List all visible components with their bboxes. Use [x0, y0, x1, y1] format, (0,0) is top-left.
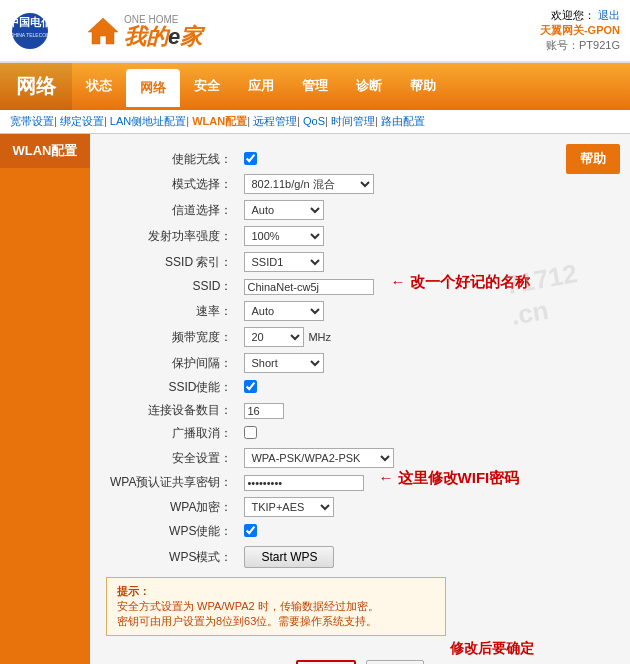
guard-label: 保护间隔： — [106, 350, 240, 376]
subnav-broadband[interactable]: 宽带设置 — [10, 115, 54, 127]
myde-label: 我的e家 — [124, 26, 202, 48]
main-content: WLAN配置 帮助 使能无线： 模式选择： 802.11b/g/n 混合 信 — [0, 134, 630, 664]
help-button-area: 帮助 — [566, 144, 620, 174]
hint-line2: 密钥可由用户设置为8位到63位。需要操作系统支持。 — [117, 614, 435, 629]
start-wps-button[interactable]: Start WPS — [244, 546, 334, 568]
logo-area: 中国电信 CHINA TELECOM e ONE HOME 我的e家 — [10, 11, 202, 51]
enable-wifi-row: 使能无线： — [106, 148, 614, 171]
mode-row: 模式选择： 802.11b/g/n 混合 — [106, 171, 614, 197]
bandwidth-select[interactable]: 20 — [244, 327, 304, 347]
connect-limit-input[interactable] — [244, 403, 284, 419]
ssid-index-row: SSID 索引： SSID1 — [106, 249, 614, 275]
broadcast-label: 广播取消： — [106, 422, 240, 445]
nav-item-manage[interactable]: 管理 — [288, 67, 342, 107]
wpa-key-label: WPA预认证共享密钥： — [106, 471, 240, 494]
wlan-form: 使能无线： 模式选择： 802.11b/g/n 混合 信道选择： Auto — [106, 148, 614, 571]
confirm-button[interactable]: 确定 — [296, 660, 356, 664]
guard-row: 保护间隔： Short — [106, 350, 614, 376]
ssid-row: SSID： ← 改一个好记的名称 — [106, 275, 614, 298]
subnav-bind[interactable]: 绑定设置 — [60, 115, 104, 127]
welcome-area: 欢迎您： 退出 — [551, 8, 620, 23]
nav-item-network[interactable]: 网络 — [126, 69, 180, 107]
gateway-label: 天翼网关-GPON — [540, 23, 620, 38]
wpa-key-input[interactable] — [244, 475, 364, 491]
ssid-enable-checkbox[interactable] — [244, 380, 257, 393]
subnav-remote[interactable]: 远程管理 — [253, 115, 297, 127]
channel-select[interactable]: Auto — [244, 200, 324, 220]
hint-title: 提示： — [117, 584, 435, 599]
mode-select[interactable]: 802.11b/g/n 混合 — [244, 174, 374, 194]
svg-text:e: e — [101, 35, 105, 42]
home-logo: e ONE HOME 我的e家 — [86, 14, 202, 48]
enable-wifi-checkbox[interactable] — [244, 152, 257, 165]
guard-select[interactable]: Short — [244, 353, 324, 373]
sidebar: WLAN配置 — [0, 134, 90, 664]
wps-enable-row: WPS使能： — [106, 520, 614, 543]
wps-enable-checkbox[interactable] — [244, 524, 257, 537]
subnav-route[interactable]: 路由配置 — [381, 115, 425, 127]
ssid-index-label: SSID 索引： — [106, 249, 240, 275]
power-label: 发射功率强度： — [106, 223, 240, 249]
welcome-text: 欢迎您： — [551, 9, 595, 21]
enable-wifi-label: 使能无线： — [106, 148, 240, 171]
nav-title: 网络 — [0, 63, 72, 110]
nav-item-help[interactable]: 帮助 — [396, 67, 450, 107]
ssid-label: SSID： — [106, 275, 240, 298]
ssid-enable-row: SSID使能： — [106, 376, 614, 399]
channel-row: 信道选择： Auto — [106, 197, 614, 223]
wps-mode-label: WPS模式： — [106, 543, 240, 571]
cancel-button[interactable]: 取消 — [366, 660, 424, 664]
wifi-password-annotation: ← 这里修改WIFI密码 — [378, 469, 519, 488]
security-row: 安全设置： WPA-PSK/WPA2-PSK — [106, 445, 614, 471]
account-label: 账号：PT921G — [546, 38, 620, 53]
subnav-time[interactable]: 时间管理 — [331, 115, 375, 127]
button-row: 确定 取消 — [106, 660, 614, 664]
wpa-encrypt-row: WPA加密： TKIP+AES — [106, 494, 614, 520]
wps-enable-label: WPS使能： — [106, 520, 240, 543]
connect-limit-label: 连接设备数目： — [106, 399, 240, 422]
wpa-encrypt-select[interactable]: TKIP+AES — [244, 497, 334, 517]
security-select[interactable]: WPA-PSK/WPA2-PSK — [244, 448, 394, 468]
hint-box: 提示： 安全方式设置为 WPA/WPA2 时，传输数据经过加密。 密钥可由用户设… — [106, 577, 446, 636]
subnav-wlan[interactable]: WLAN配置 — [192, 115, 247, 127]
mhz-label: MHz — [308, 331, 331, 343]
wps-mode-row: WPS模式： Start WPS — [106, 543, 614, 571]
china-telecom-logo: 中国电信 CHINA TELECOM — [10, 11, 80, 51]
rate-row: 速率： Auto — [106, 298, 614, 324]
nav-item-security[interactable]: 安全 — [180, 67, 234, 107]
sub-nav: 宽带设置| 绑定设置| LAN侧地址配置| WLAN配置| 远程管理| QoS|… — [0, 110, 630, 134]
rate-select[interactable]: Auto — [244, 301, 324, 321]
confirm-annotation: 修改后要确定 — [106, 640, 534, 658]
subnav-lan[interactable]: LAN侧地址配置 — [110, 115, 186, 127]
ssid-input[interactable] — [244, 279, 374, 295]
logout-link[interactable]: 退出 — [598, 9, 620, 21]
bandwidth-row: 频带宽度： 20 MHz — [106, 324, 614, 350]
bandwidth-label: 频带宽度： — [106, 324, 240, 350]
power-row: 发射功率强度： 100% — [106, 223, 614, 249]
broadcast-checkbox[interactable] — [244, 426, 257, 439]
header: 中国电信 CHINA TELECOM e ONE HOME 我的e家 欢迎您： … — [0, 0, 630, 63]
ssid-index-select[interactable]: SSID1 — [244, 252, 324, 272]
power-select[interactable]: 100% — [244, 226, 324, 246]
ssid-annotation: ← 改一个好记的名称 — [390, 273, 529, 292]
channel-label: 信道选择： — [106, 197, 240, 223]
subnav-qos[interactable]: QoS — [303, 115, 325, 127]
rate-label: 速率： — [106, 298, 240, 324]
nav-item-diagnose[interactable]: 诊断 — [342, 67, 396, 107]
content-area: 帮助 使能无线： 模式选择： 802.11b/g/n 混合 信道选择： — [90, 134, 630, 664]
hint-line1: 安全方式设置为 WPA/WPA2 时，传输数据经过加密。 — [117, 599, 435, 614]
wpa-encrypt-label: WPA加密： — [106, 494, 240, 520]
nav-bar: 网络 状态 网络 安全 应用 管理 诊断 帮助 — [0, 63, 630, 110]
header-right: 欢迎您： 退出 天翼网关-GPON 账号：PT921G — [540, 8, 620, 53]
help-button[interactable]: 帮助 — [566, 144, 620, 174]
nav-item-apps[interactable]: 应用 — [234, 67, 288, 107]
bandwidth-control: 20 MHz — [244, 327, 610, 347]
security-label: 安全设置： — [106, 445, 240, 471]
ssid-enable-label: SSID使能： — [106, 376, 240, 399]
wpa-key-row: WPA预认证共享密钥： ← 这里修改WIFI密码 — [106, 471, 614, 494]
sidebar-title: WLAN配置 — [0, 134, 90, 168]
mode-label: 模式选择： — [106, 171, 240, 197]
nav-items: 状态 网络 安全 应用 管理 诊断 帮助 — [72, 67, 450, 107]
nav-item-status[interactable]: 状态 — [72, 67, 126, 107]
broadcast-row: 广播取消： — [106, 422, 614, 445]
